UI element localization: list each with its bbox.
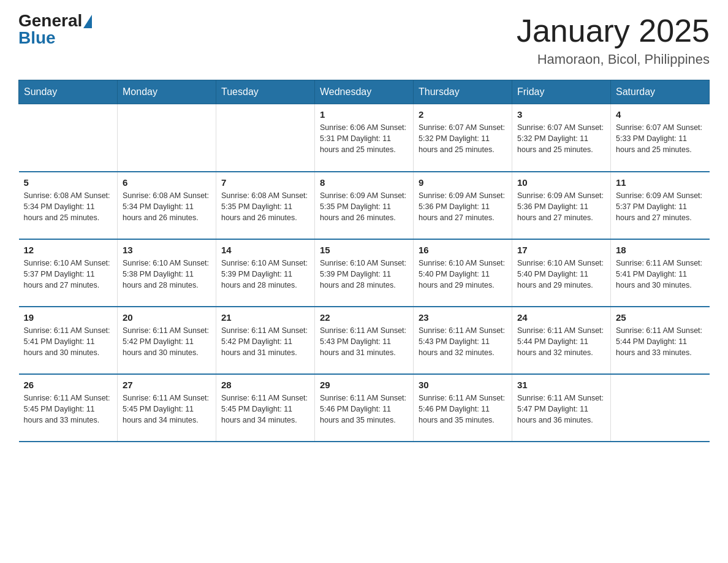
calendar-cell: 3Sunrise: 6:07 AM Sunset: 5:32 PM Daylig… (512, 104, 611, 172)
calendar-cell: 11Sunrise: 6:09 AM Sunset: 5:37 PM Dayli… (611, 172, 710, 239)
day-number: 16 (419, 245, 507, 255)
calendar-cell (118, 104, 216, 172)
day-info: Sunrise: 6:09 AM Sunset: 5:37 PM Dayligh… (616, 190, 705, 223)
day-number: 6 (123, 177, 211, 188)
day-info: Sunrise: 6:11 AM Sunset: 5:45 PM Dayligh… (123, 393, 211, 426)
day-info: Sunrise: 6:10 AM Sunset: 5:39 PM Dayligh… (221, 258, 309, 291)
day-info: Sunrise: 6:10 AM Sunset: 5:38 PM Dayligh… (123, 258, 211, 291)
calendar-cell (19, 104, 118, 172)
day-info: Sunrise: 6:08 AM Sunset: 5:34 PM Dayligh… (24, 190, 113, 223)
day-info: Sunrise: 6:11 AM Sunset: 5:41 PM Dayligh… (24, 325, 113, 358)
weekday-header-tuesday: Tuesday (216, 80, 315, 104)
day-number: 11 (616, 177, 705, 188)
day-info: Sunrise: 6:11 AM Sunset: 5:43 PM Dayligh… (320, 325, 408, 358)
day-number: 2 (419, 109, 507, 120)
calendar-cell: 9Sunrise: 6:09 AM Sunset: 5:36 PM Daylig… (414, 172, 512, 239)
calendar-cell (216, 104, 315, 172)
day-info: Sunrise: 6:10 AM Sunset: 5:40 PM Dayligh… (419, 258, 507, 291)
calendar-cell: 24Sunrise: 6:11 AM Sunset: 5:44 PM Dayli… (512, 307, 611, 374)
calendar-week-row: 26Sunrise: 6:11 AM Sunset: 5:45 PM Dayli… (19, 374, 710, 442)
calendar-cell: 2Sunrise: 6:07 AM Sunset: 5:32 PM Daylig… (414, 104, 512, 172)
day-number: 29 (320, 380, 408, 390)
day-number: 18 (616, 245, 705, 255)
day-number: 25 (616, 312, 705, 323)
calendar-cell: 22Sunrise: 6:11 AM Sunset: 5:43 PM Dayli… (315, 307, 414, 374)
calendar-week-row: 12Sunrise: 6:10 AM Sunset: 5:37 PM Dayli… (19, 239, 710, 307)
weekday-header-wednesday: Wednesday (315, 80, 414, 104)
day-info: Sunrise: 6:10 AM Sunset: 5:37 PM Dayligh… (24, 258, 113, 291)
weekday-header-saturday: Saturday (611, 80, 710, 104)
weekday-header-sunday: Sunday (19, 80, 118, 104)
day-info: Sunrise: 6:11 AM Sunset: 5:43 PM Dayligh… (419, 325, 507, 358)
calendar-cell: 5Sunrise: 6:08 AM Sunset: 5:34 PM Daylig… (19, 172, 118, 239)
day-info: Sunrise: 6:07 AM Sunset: 5:32 PM Dayligh… (517, 122, 605, 155)
page-header: General Blue January 2025 Hamoraon, Bico… (18, 12, 710, 67)
day-info: Sunrise: 6:07 AM Sunset: 5:33 PM Dayligh… (616, 122, 705, 155)
calendar-cell: 12Sunrise: 6:10 AM Sunset: 5:37 PM Dayli… (19, 239, 118, 307)
day-number: 30 (419, 380, 507, 390)
calendar-header: SundayMondayTuesdayWednesdayThursdayFrid… (19, 80, 710, 104)
logo-blue: Blue (18, 29, 92, 47)
day-info: Sunrise: 6:11 AM Sunset: 5:42 PM Dayligh… (221, 325, 309, 358)
day-number: 19 (24, 312, 113, 323)
calendar-cell: 21Sunrise: 6:11 AM Sunset: 5:42 PM Dayli… (216, 307, 315, 374)
day-info: Sunrise: 6:11 AM Sunset: 5:46 PM Dayligh… (419, 393, 507, 426)
day-number: 4 (616, 109, 705, 120)
calendar-cell: 18Sunrise: 6:11 AM Sunset: 5:41 PM Dayli… (611, 239, 710, 307)
day-number: 1 (320, 109, 408, 120)
calendar-cell: 15Sunrise: 6:10 AM Sunset: 5:39 PM Dayli… (315, 239, 414, 307)
calendar-cell: 27Sunrise: 6:11 AM Sunset: 5:45 PM Dayli… (118, 374, 216, 442)
weekday-header-friday: Friday (512, 80, 611, 104)
logo: General Blue (18, 12, 92, 47)
calendar-body: 1Sunrise: 6:06 AM Sunset: 5:31 PM Daylig… (19, 104, 710, 442)
weekday-header-thursday: Thursday (414, 80, 512, 104)
day-info: Sunrise: 6:09 AM Sunset: 5:36 PM Dayligh… (419, 190, 507, 223)
calendar-table: SundayMondayTuesdayWednesdayThursdayFrid… (18, 80, 710, 442)
calendar-cell (611, 374, 710, 442)
title-block: January 2025 Hamoraon, Bicol, Philippine… (517, 12, 710, 67)
calendar-cell: 29Sunrise: 6:11 AM Sunset: 5:46 PM Dayli… (315, 374, 414, 442)
calendar-cell: 4Sunrise: 6:07 AM Sunset: 5:33 PM Daylig… (611, 104, 710, 172)
day-info: Sunrise: 6:10 AM Sunset: 5:39 PM Dayligh… (320, 258, 408, 291)
day-number: 9 (419, 177, 507, 188)
day-info: Sunrise: 6:11 AM Sunset: 5:45 PM Dayligh… (24, 393, 113, 426)
calendar-cell: 13Sunrise: 6:10 AM Sunset: 5:38 PM Dayli… (118, 239, 216, 307)
logo-general: General (18, 12, 82, 29)
day-number: 21 (221, 312, 309, 323)
day-info: Sunrise: 6:11 AM Sunset: 5:46 PM Dayligh… (320, 393, 408, 426)
calendar-cell: 7Sunrise: 6:08 AM Sunset: 5:35 PM Daylig… (216, 172, 315, 239)
day-number: 31 (517, 380, 605, 390)
calendar-week-row: 19Sunrise: 6:11 AM Sunset: 5:41 PM Dayli… (19, 307, 710, 374)
logo-triangle-icon (83, 15, 92, 28)
weekday-header-monday: Monday (118, 80, 216, 104)
day-number: 14 (221, 245, 309, 255)
calendar-week-row: 1Sunrise: 6:06 AM Sunset: 5:31 PM Daylig… (19, 104, 710, 172)
day-number: 27 (123, 380, 211, 390)
calendar-cell: 16Sunrise: 6:10 AM Sunset: 5:40 PM Dayli… (414, 239, 512, 307)
day-info: Sunrise: 6:11 AM Sunset: 5:44 PM Dayligh… (517, 325, 605, 358)
day-info: Sunrise: 6:08 AM Sunset: 5:34 PM Dayligh… (123, 190, 211, 223)
day-info: Sunrise: 6:10 AM Sunset: 5:40 PM Dayligh… (517, 258, 605, 291)
day-info: Sunrise: 6:09 AM Sunset: 5:36 PM Dayligh… (517, 190, 605, 223)
day-number: 26 (24, 380, 113, 390)
calendar-cell: 30Sunrise: 6:11 AM Sunset: 5:46 PM Dayli… (414, 374, 512, 442)
calendar-cell: 10Sunrise: 6:09 AM Sunset: 5:36 PM Dayli… (512, 172, 611, 239)
day-number: 13 (123, 245, 211, 255)
calendar-cell: 17Sunrise: 6:10 AM Sunset: 5:40 PM Dayli… (512, 239, 611, 307)
day-info: Sunrise: 6:06 AM Sunset: 5:31 PM Dayligh… (320, 122, 408, 155)
calendar-week-row: 5Sunrise: 6:08 AM Sunset: 5:34 PM Daylig… (19, 172, 710, 239)
day-number: 5 (24, 177, 113, 188)
day-number: 22 (320, 312, 408, 323)
weekday-header-row: SundayMondayTuesdayWednesdayThursdayFrid… (19, 80, 710, 104)
calendar-cell: 14Sunrise: 6:10 AM Sunset: 5:39 PM Dayli… (216, 239, 315, 307)
calendar-subtitle: Hamoraon, Bicol, Philippines (517, 52, 710, 67)
day-number: 17 (517, 245, 605, 255)
day-info: Sunrise: 6:07 AM Sunset: 5:32 PM Dayligh… (419, 122, 507, 155)
day-number: 3 (517, 109, 605, 120)
calendar-cell: 1Sunrise: 6:06 AM Sunset: 5:31 PM Daylig… (315, 104, 414, 172)
day-info: Sunrise: 6:11 AM Sunset: 5:42 PM Dayligh… (123, 325, 211, 358)
calendar-cell: 19Sunrise: 6:11 AM Sunset: 5:41 PM Dayli… (19, 307, 118, 374)
calendar-cell: 26Sunrise: 6:11 AM Sunset: 5:45 PM Dayli… (19, 374, 118, 442)
calendar-cell: 20Sunrise: 6:11 AM Sunset: 5:42 PM Dayli… (118, 307, 216, 374)
calendar-cell: 28Sunrise: 6:11 AM Sunset: 5:45 PM Dayli… (216, 374, 315, 442)
